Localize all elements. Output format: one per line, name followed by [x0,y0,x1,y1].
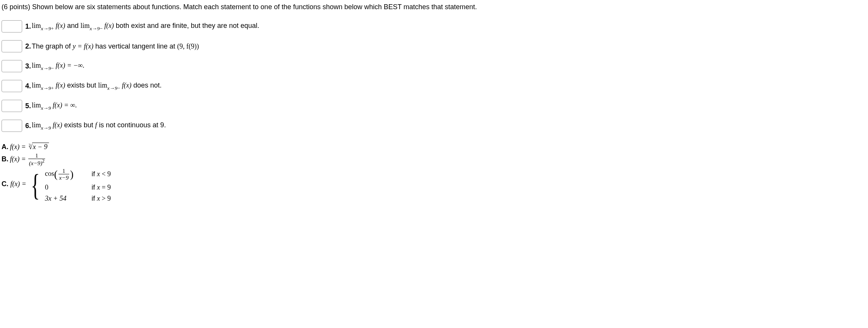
statement-3-content: 3. limx→9− f(x) = −∞. [25,62,85,71]
option-b-lhs: f(x) = [10,155,26,163]
piece-2-expr: 0 [45,183,87,192]
left-brace-icon: { [31,171,39,199]
statement-2-content: 2. The graph of y = f(x) has vertical ta… [25,42,199,50]
options-list: A. f(x) = 3 √ x − 9 B. f(x) = 1 (x−9)2 C… [2,143,866,203]
piecewise-row-3: 3x + 54 if x > 9 [45,195,111,203]
statement-5-num: 5. [25,102,31,110]
answer-input-4[interactable] [2,80,22,92]
piece-3-expr: 3x + 54 [45,195,87,203]
statement-3-text: limx→9− f(x) = −∞. [32,62,85,71]
piecewise-rows: cos(1x−9) if x < 9 0 if x = 9 3x + 54 if… [45,168,111,203]
question-intro: (6 points) Shown below are six statement… [2,3,866,11]
option-a-label: A. [2,143,8,151]
frac-num: 1 [34,153,39,159]
answer-input-3[interactable] [2,60,22,72]
statement-1-content: 1. limx→9+ f(x) and limx→9− f(x) both ex… [25,22,259,31]
option-b: B. f(x) = 1 (x−9)2 [2,153,866,166]
statement-6-content: 6. limx→9 f(x) exists but f is not conti… [25,121,166,131]
piecewise-row-1: cos(1x−9) if x < 9 [45,168,111,181]
radicand: x − 9 [32,143,49,151]
option-a: A. f(x) = 3 √ x − 9 [2,143,866,151]
statement-3-num: 3. [25,62,31,70]
statement-4-text: limx→9+ f(x) exists but limx→9− f(x) doe… [32,81,162,91]
answer-input-5[interactable] [2,100,22,112]
option-c: C. f(x) = { cos(1x−9) if x < 9 0 if x = … [2,168,866,203]
answer-input-1[interactable] [2,20,22,32]
answer-input-6[interactable] [2,120,22,132]
root-index: 3 [29,143,31,147]
piece-1-expr: cos(1x−9) [45,168,87,181]
option-c-label-wrap: C. f(x) = [2,180,26,188]
statement-2-text: The graph of y = f(x) has vertical tange… [32,42,199,50]
option-a-lhs: f(x) = [10,143,26,151]
option-c-label: C. [2,180,8,188]
statement-4-content: 4. limx→9+ f(x) exists but limx→9− f(x) … [25,81,162,91]
frac-den: (x−9)2 [28,159,46,166]
statement-4-row: 4. limx→9+ f(x) exists but limx→9− f(x) … [2,80,866,92]
option-b-label: B. [2,155,8,163]
piece-2-cond: if x = 9 [92,183,111,192]
piecewise-row-2: 0 if x = 9 [45,183,111,192]
statement-1-text: limx→9+ f(x) and limx→9− f(x) both exist… [32,22,259,31]
statement-2-num: 2. [25,42,31,50]
statement-2-row: 2. The graph of y = f(x) has vertical ta… [2,40,866,52]
piece-1-cond: if x < 9 [92,170,111,178]
option-b-fraction: 1 (x−9)2 [28,153,46,166]
statement-6-text: limx→9 f(x) exists but f is not continuo… [32,121,166,131]
piece-3-cond: if x > 9 [92,195,111,203]
statement-4-num: 4. [25,82,31,90]
statement-6-row: 6. limx→9 f(x) exists but f is not conti… [2,120,866,132]
option-a-cuberoot: 3 √ x − 9 [28,143,49,151]
statement-5-text: limx→9 f(x) = ∞. [32,101,77,111]
statement-5-row: 5. limx→9 f(x) = ∞. [2,100,866,112]
statements-list: 1. limx→9+ f(x) and limx→9− f(x) both ex… [2,20,866,132]
statement-3-row: 3. limx→9− f(x) = −∞. [2,60,866,72]
answer-input-2[interactable] [2,40,22,52]
option-c-lhs: f(x) = [10,180,26,188]
piecewise: { cos(1x−9) if x < 9 0 if x = 9 3x + 54 … [28,168,111,203]
statement-1-num: 1. [25,23,31,31]
statement-6-num: 6. [25,122,31,130]
statement-5-content: 5. limx→9 f(x) = ∞. [25,101,77,111]
statement-1-row: 1. limx→9+ f(x) and limx→9− f(x) both ex… [2,20,866,32]
